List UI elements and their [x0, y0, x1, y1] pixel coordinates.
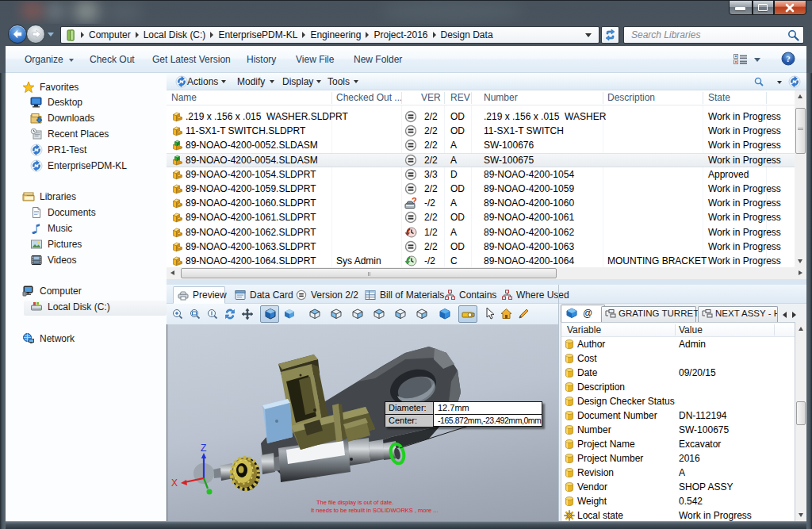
svg-text:It needs to be rebuilt in SOLI: It needs to be rebuilt in SOLIDWORKS , m… [311, 507, 438, 514]
svg-text:The file display is out of dat: The file display is out of date. [316, 499, 393, 506]
svg-text:?: ? [412, 197, 417, 205]
svg-text:Z: Z [201, 443, 206, 454]
svg-text:?: ? [786, 54, 791, 63]
svg-text:X: X [171, 477, 178, 489]
